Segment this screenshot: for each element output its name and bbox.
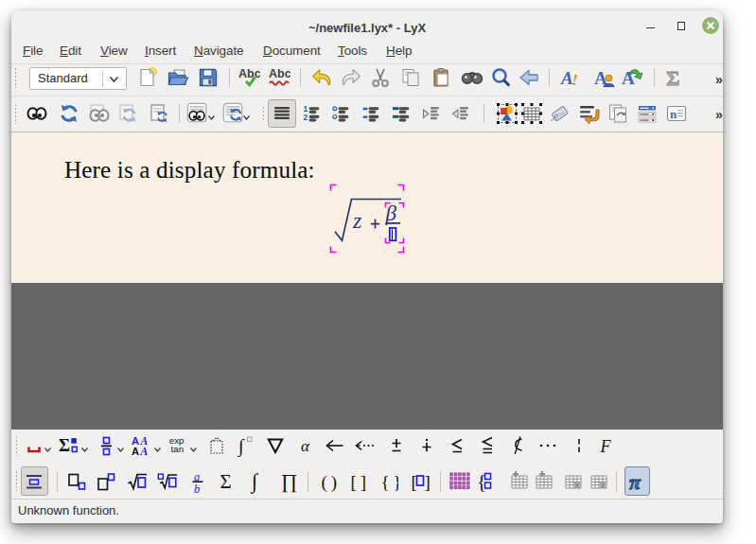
svg-text:z: z	[352, 208, 362, 233]
svg-text:{ }: { }	[381, 472, 399, 492]
svg-text:( ): ( )	[322, 472, 337, 493]
svg-text:n: n	[670, 107, 677, 121]
svg-text:F: F	[600, 437, 612, 456]
svg-text:∫: ∫	[237, 435, 245, 457]
svg-text:A: A	[132, 446, 139, 457]
svg-text:∏: ∏	[281, 470, 297, 493]
svg-text:[ ]: [ ]	[351, 472, 366, 492]
svg-text:»: »	[715, 72, 723, 87]
svg-text:α: α	[301, 437, 310, 455]
svg-text:»: »	[715, 107, 723, 122]
svg-text:2: 2	[304, 113, 308, 122]
svg-text:Abc: Abc	[238, 67, 260, 80]
svg-text:Σ: Σ	[59, 436, 70, 455]
svg-text:∫: ∫	[250, 469, 259, 494]
svg-text:Abc: Abc	[269, 67, 290, 80]
svg-text:Σ: Σ	[220, 470, 232, 493]
svg-text:1: 1	[304, 104, 308, 114]
svg-text:Σ: Σ	[666, 66, 679, 89]
svg-text:π: π	[629, 470, 642, 494]
svg-text:]: ]	[425, 472, 431, 492]
svg-text:β: β	[385, 202, 397, 225]
svg-text:b: b	[194, 483, 200, 494]
